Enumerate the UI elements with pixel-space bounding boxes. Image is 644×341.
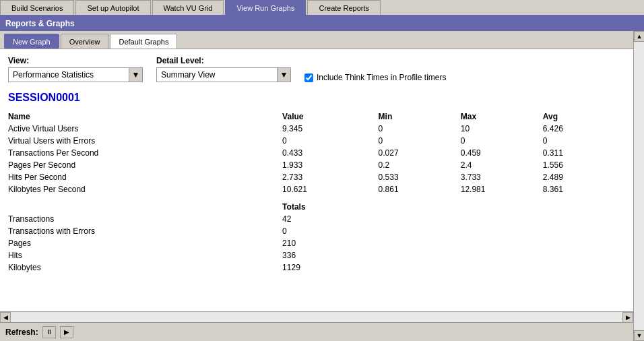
tab-watch-vu-grid[interactable]: Watch VU Grid	[152, 0, 224, 15]
col-header-min: Min	[379, 111, 461, 123]
stats-table: Name Value Min Max Avg Active Virtual Us…	[8, 111, 625, 274]
detail-label: Detail Level:	[156, 56, 291, 65]
detail-select-arrow[interactable]: ▼	[277, 68, 290, 82]
col-header-name: Name	[8, 111, 282, 123]
table-row: Active Virtual Users 9.345 0 10 6.426	[8, 123, 625, 135]
new-graph-button[interactable]: New Graph	[4, 34, 59, 49]
hscroll-bar: ◀ ▶	[0, 311, 633, 322]
panel-header: Reports & Graphs	[0, 16, 644, 31]
tab-create-reports[interactable]: Create Reports	[307, 0, 381, 15]
total-row: Transactions with Errors 0	[8, 225, 625, 237]
col-header-value: Value	[282, 111, 378, 123]
main-area: Reports & Graphs New Graph Overview Defa…	[0, 16, 644, 341]
table-row: Pages Per Second 1.933 0.2 2.4 1.556	[8, 159, 625, 171]
session-header: SESSION0001	[8, 92, 625, 104]
tab-set-up-autopilot[interactable]: Set up Autopilot	[75, 0, 150, 15]
view-select[interactable]: Performance Statistics ▼	[8, 67, 143, 82]
tab-view-run-graphs[interactable]: View Run Graphs	[225, 0, 306, 15]
total-row: Kilobytes 1129	[8, 261, 625, 274]
think-times-checkbox[interactable]	[304, 73, 313, 82]
vscroll: ▲ ▼	[633, 31, 644, 341]
vscroll-up-button[interactable]: ▲	[634, 31, 644, 42]
view-select-arrow[interactable]: ▼	[129, 68, 142, 82]
tab-overview[interactable]: Overview	[61, 34, 109, 49]
refresh-pause-button[interactable]: ⏸	[42, 326, 56, 338]
refresh-label: Refresh:	[5, 328, 38, 337]
table-row: Hits Per Second 2.733 0.533 3.733 2.489	[8, 171, 625, 183]
controls-row: View: Performance Statistics ▼ Detail Le…	[8, 56, 625, 82]
content-area: View: Performance Statistics ▼ Detail Le…	[0, 49, 633, 311]
col-header-avg: Avg	[543, 111, 625, 123]
total-row: Hits 336	[8, 249, 625, 261]
view-label: View:	[8, 56, 143, 65]
vscroll-down-button[interactable]: ▼	[634, 330, 644, 341]
panel-inner: New Graph Overview Default Graphs View: …	[0, 31, 633, 341]
top-tab-bar: Build Scenarios Set up Autopilot Watch V…	[0, 0, 644, 16]
table-row: Virtual Users with Errors 0 0 0 0	[8, 135, 625, 147]
panel-with-scroll: New Graph Overview Default Graphs View: …	[0, 31, 644, 341]
detail-select[interactable]: Summary View ▼	[156, 67, 291, 82]
tab-default-graphs[interactable]: Default Graphs	[110, 34, 177, 49]
totals-header-row: Totals	[8, 195, 625, 213]
detail-control-group: Detail Level: Summary View ▼	[156, 56, 291, 82]
bottom-bar: Refresh: ⏸ ▶	[0, 322, 633, 341]
vscroll-track[interactable]	[634, 42, 644, 330]
hscroll-right-button[interactable]: ▶	[622, 312, 633, 323]
tab-build-scenarios[interactable]: Build Scenarios	[0, 0, 74, 15]
think-times-checkbox-group: Include Think Times in Profile timers	[304, 73, 447, 82]
sub-tabs: New Graph Overview Default Graphs	[0, 31, 633, 49]
think-times-label: Include Think Times in Profile timers	[317, 73, 447, 82]
total-row: Transactions 42	[8, 213, 625, 225]
hscroll-left-button[interactable]: ◀	[0, 312, 11, 323]
col-header-max: Max	[461, 111, 543, 123]
refresh-play-button[interactable]: ▶	[60, 326, 73, 338]
table-row: Transactions Per Second 0.433 0.027 0.45…	[8, 147, 625, 159]
table-header-row: Name Value Min Max Avg	[8, 111, 625, 123]
view-control-group: View: Performance Statistics ▼	[8, 56, 143, 82]
table-row: Kilobytes Per Second 10.621 0.861 12.981…	[8, 183, 625, 195]
hscroll-track[interactable]	[11, 312, 622, 322]
total-row: Pages 210	[8, 237, 625, 249]
